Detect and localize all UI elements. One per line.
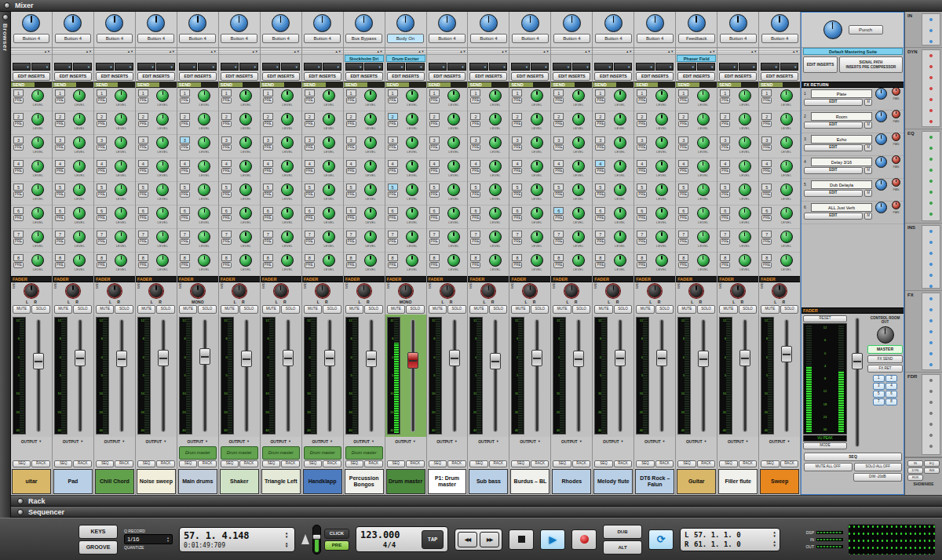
send-level-knob[interactable]: [156, 113, 169, 125]
channel-top-knob[interactable]: [771, 14, 789, 32]
mute-button[interactable]: MUTE: [54, 305, 72, 314]
send-pre-button[interactable]: PRE: [346, 121, 356, 127]
send-level-knob[interactable]: [115, 160, 127, 173]
send-number-button[interactable]: 6: [637, 207, 647, 214]
channel-top-knob[interactable]: [604, 14, 623, 32]
send-level-knob[interactable]: [364, 89, 377, 102]
mute-button[interactable]: MUTE: [719, 305, 737, 314]
channel-name[interactable]: Main drums: [178, 469, 217, 494]
insert-scrollbar[interactable]: ▲▼: [261, 48, 301, 55]
output-selector[interactable]: OUTPUT ▼: [676, 437, 717, 445]
send-number-button[interactable]: 4: [512, 160, 522, 167]
send-number-button[interactable]: 1: [595, 89, 605, 96]
send-level-knob[interactable]: [239, 254, 252, 267]
send-pre-button[interactable]: PRE: [512, 144, 522, 151]
signal-path-button[interactable]: SIGNAL PATH INSERTS PRE COMPRESSOR: [839, 56, 903, 73]
master-num-button[interactable]: 7: [873, 398, 885, 405]
send-pre-button[interactable]: PRE: [221, 215, 232, 221]
send-level-knob[interactable]: [655, 207, 668, 220]
solo-button[interactable]: SOLO: [198, 305, 216, 314]
solo-button[interactable]: SOLO: [739, 305, 757, 314]
send-number-button[interactable]: 7: [553, 231, 564, 238]
fader-handle[interactable]: [75, 350, 86, 366]
output-bus-tag[interactable]: Drum master: [262, 446, 300, 460]
send-level-knob[interactable]: [531, 231, 543, 243]
send-pre-button[interactable]: PRE: [678, 215, 688, 221]
master-num-button[interactable]: 1: [873, 375, 885, 382]
output-selector[interactable]: OUTPUT ▼: [385, 437, 426, 445]
insert-selector[interactable]: ▼: [780, 63, 798, 71]
insert-selector[interactable]: ▼: [13, 63, 31, 71]
send-pre-button[interactable]: PRE: [221, 144, 232, 151]
channel-fader[interactable]: [567, 317, 590, 435]
channel-top-button[interactable]: Button 4: [13, 34, 50, 43]
send-level-knob[interactable]: [73, 160, 86, 173]
rack-button[interactable]: RACK: [531, 460, 549, 467]
send-number-button[interactable]: 2: [553, 113, 564, 120]
send-level-knob[interactable]: [73, 184, 86, 196]
fx-mute-button[interactable]: M: [864, 190, 872, 197]
scroll-arrows-icon[interactable]: ▲▼: [502, 49, 508, 53]
channel-name[interactable]: Sweep: [760, 469, 799, 494]
send-pre-button[interactable]: PRE: [470, 191, 480, 198]
send-number-button[interactable]: 6: [553, 207, 564, 214]
send-level-knob[interactable]: [489, 254, 502, 267]
send-number-button[interactable]: 2: [720, 113, 730, 120]
scroll-arrows-icon[interactable]: ▲▼: [127, 49, 133, 53]
send-pre-button[interactable]: PRE: [97, 215, 107, 221]
master-num-button[interactable]: 8: [885, 398, 897, 405]
send-number-button[interactable]: 3: [512, 136, 522, 144]
channel-name[interactable]: Triangle Left: [261, 469, 301, 494]
insert-selector[interactable]: ▼: [262, 63, 280, 71]
send-level-knob[interactable]: [323, 207, 335, 220]
mute-button[interactable]: MUTE: [429, 305, 447, 314]
send-number-button[interactable]: 3: [305, 136, 315, 144]
send-level-knob[interactable]: [447, 136, 460, 149]
rack-button[interactable]: RACK: [31, 460, 49, 467]
rack-button[interactable]: RACK: [364, 460, 382, 467]
send-level-knob[interactable]: [780, 89, 793, 102]
send-number-button[interactable]: 7: [429, 231, 440, 238]
send-pre-button[interactable]: PRE: [305, 191, 315, 198]
send-number-button[interactable]: 7: [720, 231, 730, 238]
send-number-button[interactable]: 7: [221, 231, 232, 238]
channel-name[interactable]: Pad: [53, 469, 93, 494]
dub-button[interactable]: DUB: [603, 525, 642, 539]
rack-button[interactable]: RACK: [489, 460, 507, 467]
send-level-knob[interactable]: [697, 160, 710, 173]
send-number-button[interactable]: 7: [180, 231, 190, 238]
send-pre-button[interactable]: PRE: [388, 121, 398, 127]
send-number-button[interactable]: 8: [553, 254, 564, 261]
navigator-section[interactable]: INS: [905, 224, 942, 291]
send-level-knob[interactable]: [447, 254, 460, 267]
send-pre-button[interactable]: PRE: [138, 238, 148, 245]
send-level-knob[interactable]: [73, 136, 86, 149]
channel-top-button[interactable]: Button 4: [637, 34, 674, 43]
send-pre-button[interactable]: PRE: [761, 97, 772, 104]
insert-selector[interactable]: ▼: [614, 63, 632, 71]
send-number-button[interactable]: 3: [221, 136, 232, 144]
send-number-button[interactable]: 6: [13, 207, 24, 214]
send-number-button[interactable]: 5: [13, 184, 24, 191]
insert-selector[interactable]: ▼: [761, 63, 779, 71]
channel-top-knob[interactable]: [355, 14, 373, 32]
send-number-button[interactable]: 3: [637, 136, 647, 144]
send-pre-button[interactable]: PRE: [180, 168, 190, 174]
seq-button[interactable]: SEQ: [137, 460, 155, 467]
record-button[interactable]: [571, 529, 597, 550]
seq-button[interactable]: SEQ: [54, 460, 72, 467]
seq-button[interactable]: SEQ: [345, 460, 363, 467]
fader-handle[interactable]: [490, 353, 501, 369]
pan-width-knob[interactable]: [440, 284, 455, 298]
send-pre-button[interactable]: PRE: [263, 191, 273, 198]
send-pre-button[interactable]: PRE: [305, 215, 315, 221]
channel-top-button[interactable]: Button 4: [179, 34, 216, 43]
channel-name[interactable]: Drum master: [386, 469, 425, 494]
fx-edit-button[interactable]: EDIT: [804, 167, 863, 174]
send-pre-button[interactable]: PRE: [512, 238, 522, 245]
send-pre-button[interactable]: PRE: [180, 97, 190, 104]
send-pre-button[interactable]: PRE: [678, 144, 688, 151]
send-number-button[interactable]: 5: [512, 184, 522, 191]
send-pre-button[interactable]: PRE: [761, 262, 772, 268]
pan-width-knob[interactable]: [606, 284, 620, 298]
